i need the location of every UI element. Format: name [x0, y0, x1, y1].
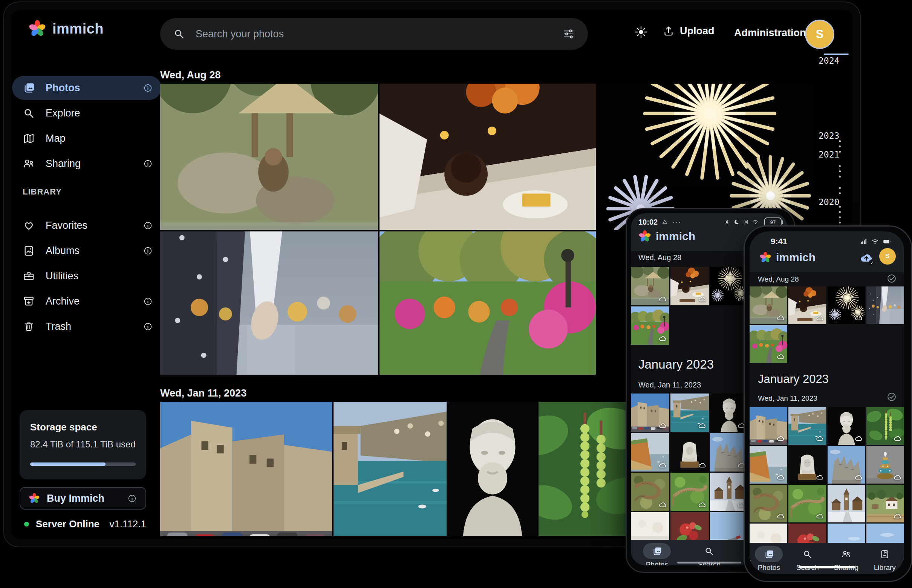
info-icon[interactable]	[127, 493, 137, 504]
home-indicator[interactable]	[677, 562, 741, 564]
upload-icon	[662, 25, 675, 37]
info-icon[interactable]	[143, 83, 153, 93]
photo-cliff[interactable]	[631, 433, 669, 472]
info-icon[interactable]	[143, 296, 153, 307]
photo-coast[interactable]	[670, 394, 709, 432]
sidebar-item-photos[interactable]: Photos	[12, 76, 161, 100]
nav-item-library[interactable]: Library	[866, 543, 904, 572]
android-statusbar-left: 10:02 ···	[638, 217, 681, 227]
sidebar-item-trash[interactable]: Trash	[12, 314, 161, 338]
photo-bust[interactable]	[710, 394, 749, 432]
cloud-synced-icon	[698, 422, 706, 430]
user-avatar[interactable]: S	[879, 248, 896, 265]
photo-dinner[interactable]	[670, 267, 709, 305]
scrubber-tick-dot	[839, 206, 841, 208]
sidebar-item-favorites[interactable]: Favorites	[12, 213, 161, 237]
home-indicator[interactable]	[799, 566, 855, 569]
photo-berries[interactable]	[539, 402, 626, 536]
sidebar-item-sharing[interactable]: Sharing	[12, 152, 161, 176]
photo-trophy[interactable]	[867, 446, 904, 484]
upload-button[interactable]: Upload	[662, 25, 715, 37]
photo-fireworks[interactable]	[828, 286, 865, 324]
theme-toggle-button[interactable]	[634, 25, 648, 39]
photo-dinner[interactable]	[379, 84, 596, 230]
photo-sculpture[interactable]	[670, 433, 709, 472]
nav-item-photos[interactable]: Photos	[638, 540, 676, 565]
immich-logo[interactable]: immich	[28, 19, 103, 38]
nav-item-photos[interactable]: Photos	[750, 543, 788, 572]
photo-snowy[interactable]	[828, 485, 865, 522]
info-icon[interactable]	[143, 321, 153, 332]
sidebar: PhotosExploreMapSharing LIBRARY Favorite…	[11, 74, 161, 339]
buy-immich-button[interactable]: Buy Immich	[19, 487, 146, 510]
nav-item-label: Photos	[646, 561, 668, 565]
photo-lizard2[interactable]	[670, 473, 709, 511]
photo-lizard1[interactable]	[750, 485, 787, 522]
photo-berries[interactable]	[867, 407, 904, 445]
sidebar-item-utilities[interactable]: Utilities	[12, 264, 161, 288]
search-input[interactable]	[195, 28, 562, 40]
photo-coast[interactable]	[788, 407, 826, 445]
photo-dinner[interactable]	[788, 286, 826, 324]
photo-lizard1[interactable]	[631, 473, 669, 511]
photo-ruins[interactable]	[828, 446, 865, 484]
filter-sliders-icon[interactable]	[562, 27, 575, 40]
photo-castle[interactable]	[631, 394, 669, 432]
sidebar-item-map[interactable]: Map	[12, 126, 161, 150]
cloud-synced-icon	[815, 434, 824, 443]
photo-path[interactable]	[379, 231, 596, 375]
scrubber-year-2024[interactable]: 2024	[818, 56, 846, 66]
date-header: Wed, Jan 11, 2023	[638, 381, 701, 389]
photo-bust[interactable]	[448, 402, 537, 536]
photo-castle[interactable]	[750, 407, 787, 445]
user-avatar[interactable]: S	[805, 19, 835, 49]
sidebar-item-archive[interactable]: Archive	[12, 289, 161, 313]
info-icon[interactable]	[143, 159, 153, 169]
sidebar-item-albums[interactable]: Albums	[12, 239, 161, 263]
photo-ruins[interactable]	[710, 433, 749, 472]
nav-active-pill	[755, 546, 783, 562]
photo-fireworks[interactable]	[710, 267, 749, 305]
photo-farmhouse[interactable]	[867, 485, 904, 522]
select-all-check-icon[interactable]	[886, 273, 897, 284]
android-clock: 10:02	[638, 218, 658, 226]
photo-hands[interactable]	[867, 286, 904, 324]
photo-lizard2[interactable]	[788, 485, 826, 522]
photo-snowy[interactable]	[710, 473, 749, 511]
backup-cloud-button[interactable]: ✓	[859, 250, 874, 265]
photo-bust[interactable]	[828, 407, 865, 445]
photo-cliff[interactable]	[750, 446, 787, 484]
info-icon[interactable]	[143, 246, 153, 256]
notification-dots-icon: ···	[672, 218, 681, 226]
ios-photo-grid-jan	[750, 407, 904, 561]
cloud-synced-icon	[659, 501, 667, 509]
info-icon[interactable]	[143, 221, 153, 231]
cloud-synced-icon	[893, 434, 901, 443]
cloud-synced-icon	[815, 512, 824, 520]
photo-castle[interactable]	[160, 402, 332, 536]
photo-hands[interactable]	[160, 231, 378, 375]
scrubber-year-2021[interactable]: 2021	[818, 150, 846, 160]
brand-wordmark: immich	[776, 251, 815, 264]
select-all-check-icon[interactable]	[886, 391, 897, 402]
sidebar-item-explore[interactable]: Explore	[12, 101, 161, 125]
photo-monkeys[interactable]	[160, 84, 378, 230]
photo-path[interactable]	[631, 307, 669, 345]
scrubber-tick-dot	[839, 145, 841, 147]
ios-bottom-nav: PhotosSearchSharingLibrary	[750, 543, 904, 573]
scrubber-year-2020[interactable]: 2020	[818, 197, 846, 207]
photo-monkeys[interactable]	[631, 267, 669, 305]
photo-sculpture[interactable]	[788, 446, 826, 484]
photo-path[interactable]	[750, 325, 787, 363]
storage-progress-bar	[30, 462, 136, 466]
search-bar[interactable]	[160, 18, 588, 50]
scrubber-tick-dot	[839, 221, 841, 223]
photo-coast[interactable]	[334, 402, 447, 536]
scrubber-position-indicator[interactable]	[824, 53, 849, 55]
month-header: January 2023	[758, 372, 829, 386]
month-header: January 2023	[638, 357, 714, 372]
server-status-row: Server Online v1.112.1	[19, 516, 146, 531]
photo-monkeys[interactable]	[750, 286, 787, 324]
administration-link[interactable]: Administration	[734, 27, 806, 39]
scrubber-year-2023[interactable]: 2023	[818, 131, 846, 141]
